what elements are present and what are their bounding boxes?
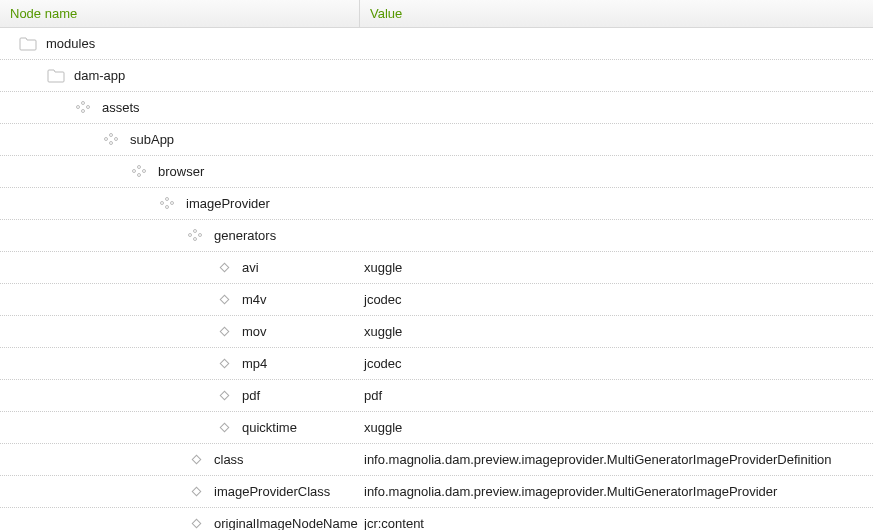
node-icon <box>77 101 91 115</box>
node-label: mov <box>238 324 267 339</box>
tree-row[interactable]: originalImageNodeNamejcr:content <box>0 508 873 530</box>
node-label: subApp <box>126 132 174 147</box>
name-cell[interactable]: imageProvider <box>0 196 360 211</box>
tree-row[interactable]: movxuggle <box>0 316 873 348</box>
tree-row[interactable]: imageProviderClassinfo.magnolia.dam.prev… <box>0 476 873 508</box>
value-cell[interactable]: jcodec <box>360 292 873 307</box>
node-label: imageProvider <box>182 196 270 211</box>
tree-row[interactable]: quicktimexuggle <box>0 412 873 444</box>
icon-slot <box>154 197 182 211</box>
icon-slot <box>210 424 238 431</box>
node-icon <box>189 229 203 243</box>
tree-body: modulesdam-appassetssubAppbrowserimagePr… <box>0 28 873 530</box>
tree-row[interactable]: m4vjcodec <box>0 284 873 316</box>
tree-row[interactable]: modules <box>0 28 873 60</box>
value-cell[interactable]: pdf <box>360 388 873 403</box>
header-value-col[interactable]: Value <box>360 0 873 27</box>
tree-row[interactable]: browser <box>0 156 873 188</box>
value-cell[interactable]: xuggle <box>360 260 873 275</box>
name-cell[interactable]: originalImageNodeName <box>0 516 360 530</box>
tree-row[interactable]: classinfo.magnolia.dam.preview.imageprov… <box>0 444 873 476</box>
tree-row[interactable]: imageProvider <box>0 188 873 220</box>
folder-icon <box>19 37 37 51</box>
tree-row[interactable]: pdfpdf <box>0 380 873 412</box>
name-cell[interactable]: pdf <box>0 388 360 403</box>
tree-row[interactable]: avixuggle <box>0 252 873 284</box>
icon-slot <box>210 328 238 335</box>
name-cell[interactable]: avi <box>0 260 360 275</box>
name-cell[interactable]: modules <box>0 36 360 51</box>
icon-slot <box>210 264 238 271</box>
node-label: imageProviderClass <box>210 484 330 499</box>
node-label: modules <box>42 36 95 51</box>
icon-slot <box>14 37 42 51</box>
node-label: dam-app <box>70 68 125 83</box>
tree-row[interactable]: generators <box>0 220 873 252</box>
node-label: browser <box>154 164 204 179</box>
node-label: quicktime <box>238 420 297 435</box>
name-cell[interactable]: mov <box>0 324 360 339</box>
name-cell[interactable]: browser <box>0 164 360 179</box>
icon-slot <box>98 133 126 147</box>
node-label: generators <box>210 228 276 243</box>
value-cell[interactable]: xuggle <box>360 420 873 435</box>
icon-slot <box>182 488 210 495</box>
property-icon <box>219 327 229 337</box>
name-cell[interactable]: assets <box>0 100 360 115</box>
node-label: originalImageNodeName <box>210 516 358 530</box>
icon-slot <box>70 101 98 115</box>
tree-row[interactable]: mp4jcodec <box>0 348 873 380</box>
tree-row[interactable]: assets <box>0 92 873 124</box>
name-cell[interactable]: dam-app <box>0 68 360 83</box>
property-icon <box>219 295 229 305</box>
property-icon <box>191 519 201 529</box>
name-cell[interactable]: class <box>0 452 360 467</box>
icon-slot <box>42 69 70 83</box>
property-icon <box>191 455 201 465</box>
icon-slot <box>182 456 210 463</box>
name-cell[interactable]: m4v <box>0 292 360 307</box>
node-icon <box>161 197 175 211</box>
node-label: avi <box>238 260 259 275</box>
icon-slot <box>126 165 154 179</box>
name-cell[interactable]: subApp <box>0 132 360 147</box>
value-cell[interactable]: info.magnolia.dam.preview.imageprovider.… <box>360 484 873 499</box>
name-cell[interactable]: quicktime <box>0 420 360 435</box>
tree-row[interactable]: dam-app <box>0 60 873 92</box>
property-icon <box>219 263 229 273</box>
node-icon <box>133 165 147 179</box>
icon-slot <box>210 392 238 399</box>
icon-slot <box>210 360 238 367</box>
icon-slot <box>182 520 210 527</box>
node-label: pdf <box>238 388 260 403</box>
name-cell[interactable]: generators <box>0 228 360 243</box>
value-cell[interactable]: info.magnolia.dam.preview.imageprovider.… <box>360 452 873 467</box>
icon-slot <box>182 229 210 243</box>
node-label: class <box>210 452 244 467</box>
node-label: m4v <box>238 292 267 307</box>
name-cell[interactable]: imageProviderClass <box>0 484 360 499</box>
node-label: assets <box>98 100 140 115</box>
header-name-col[interactable]: Node name <box>0 0 360 27</box>
value-cell[interactable]: xuggle <box>360 324 873 339</box>
value-cell[interactable]: jcr:content <box>360 516 873 530</box>
table-header: Node name Value <box>0 0 873 28</box>
name-cell[interactable]: mp4 <box>0 356 360 371</box>
property-icon <box>219 391 229 401</box>
property-icon <box>191 487 201 497</box>
node-icon <box>105 133 119 147</box>
folder-icon <box>47 69 65 83</box>
tree-row[interactable]: subApp <box>0 124 873 156</box>
property-icon <box>219 423 229 433</box>
property-icon <box>219 359 229 369</box>
value-cell[interactable]: jcodec <box>360 356 873 371</box>
icon-slot <box>210 296 238 303</box>
node-label: mp4 <box>238 356 267 371</box>
